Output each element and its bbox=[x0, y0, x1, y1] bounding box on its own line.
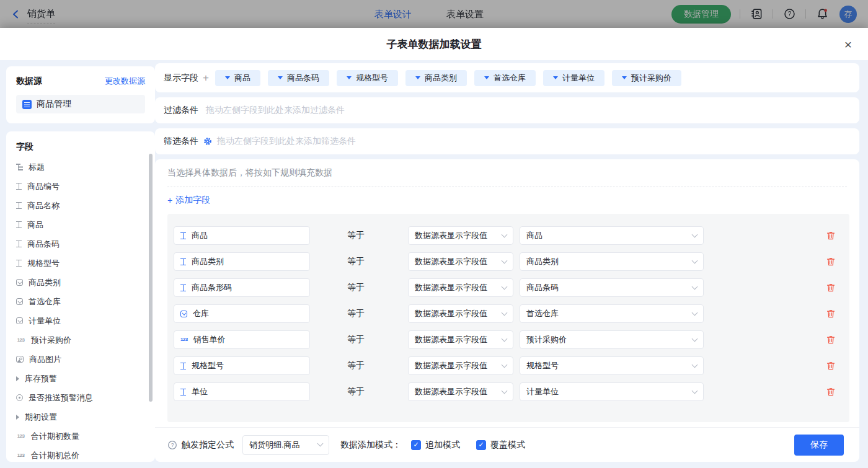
field-list-item[interactable]: 商品条码 bbox=[16, 234, 145, 254]
target-field-box[interactable]: 商品类别 bbox=[174, 252, 310, 271]
back-button[interactable] bbox=[11, 9, 21, 19]
help-circle-icon[interactable]: ? bbox=[167, 440, 177, 450]
delete-row-button[interactable] bbox=[826, 387, 836, 397]
field-list-item[interactable]: 合计期初总价 bbox=[16, 446, 145, 462]
equals-label: 等于 bbox=[347, 386, 384, 397]
mode-checkbox-option[interactable]: 追加模式 bbox=[411, 439, 460, 451]
datasource-item[interactable]: 商品管理 bbox=[16, 95, 145, 113]
rule-row: 商品类别 等于 数据源表显示字段值 商品类别 bbox=[167, 249, 849, 275]
field-list-item[interactable]: 商品名称 bbox=[16, 196, 145, 215]
caret-down-icon bbox=[225, 76, 230, 79]
equals-label: 等于 bbox=[347, 334, 384, 345]
field-type-icon bbox=[16, 415, 19, 420]
delete-row-button[interactable] bbox=[826, 335, 836, 345]
dashed-divider bbox=[167, 187, 847, 187]
trash-icon bbox=[826, 309, 836, 319]
change-datasource-link[interactable]: 更改数据源 bbox=[105, 76, 145, 87]
add-display-field-button[interactable]: + bbox=[203, 72, 209, 84]
field-label: 商品图片 bbox=[29, 354, 61, 365]
display-field-tag[interactable]: 计量单位 bbox=[543, 70, 604, 86]
checkbox-icon[interactable] bbox=[476, 440, 486, 450]
field-list-item[interactable]: 预计采购价 bbox=[16, 330, 145, 350]
contact-book-icon[interactable] bbox=[749, 7, 764, 22]
field-list-item[interactable]: 期初设置 bbox=[16, 407, 145, 426]
source-type-select[interactable]: 数据源表显示字段值 bbox=[408, 330, 513, 349]
field-list-item[interactable]: 规格型号 bbox=[16, 254, 145, 273]
delete-row-button[interactable] bbox=[826, 231, 836, 241]
save-button[interactable]: 保存 bbox=[794, 435, 844, 456]
tab-form-design[interactable]: 表单设计 bbox=[374, 0, 412, 28]
source-field-select[interactable]: 商品 bbox=[520, 226, 704, 245]
mode-checkbox-option[interactable]: 覆盖模式 bbox=[476, 439, 525, 451]
target-field-box[interactable]: 单位 bbox=[174, 382, 310, 401]
source-field-select[interactable]: 首选仓库 bbox=[520, 304, 704, 323]
source-field-select[interactable]: 商品类别 bbox=[520, 252, 704, 271]
display-field-tag[interactable]: 规格型号 bbox=[337, 70, 398, 86]
field-list-item[interactable]: 合计期初数量 bbox=[16, 426, 145, 446]
user-avatar[interactable]: 存 bbox=[839, 6, 857, 23]
equals-label: 等于 bbox=[347, 256, 384, 267]
field-list-item[interactable]: 商品类别 bbox=[16, 273, 145, 292]
fields-panel: 字段 标题 商品编号 商品名称 bbox=[6, 131, 155, 462]
form-name[interactable]: 销货单 bbox=[27, 8, 55, 20]
source-field-value: 首选仓库 bbox=[526, 308, 559, 319]
source-field-value: 商品 bbox=[526, 230, 542, 241]
display-field-tag[interactable]: 首选仓库 bbox=[474, 70, 536, 86]
field-list-item[interactable]: 是否推送预警消息 bbox=[16, 388, 145, 407]
close-icon[interactable]: × bbox=[844, 38, 852, 51]
notification-bell-icon[interactable] bbox=[815, 7, 830, 22]
display-field-tag[interactable]: 预计采购价 bbox=[612, 70, 681, 86]
chevron-down-icon bbox=[692, 309, 698, 316]
rule-row: 商品 等于 数据源表显示字段值 商品 bbox=[167, 223, 849, 249]
display-field-tag[interactable]: 商品类别 bbox=[405, 70, 467, 86]
source-type-select[interactable]: 数据源表显示字段值 bbox=[408, 356, 513, 375]
field-list-item[interactable]: 商品编号 bbox=[16, 177, 145, 196]
fields-scrollbar[interactable] bbox=[149, 154, 153, 402]
dialog-title: 子表单数据加载设置 bbox=[387, 37, 482, 51]
display-field-tag[interactable]: 商品 bbox=[215, 70, 260, 86]
source-type-select[interactable]: 数据源表显示字段值 bbox=[408, 226, 513, 245]
chevron-down-icon bbox=[502, 309, 508, 316]
sift-condition-bar[interactable]: 筛选条件 拖动左侧字段到此处来添加筛选条件 bbox=[155, 128, 859, 154]
mode-label: 覆盖模式 bbox=[490, 439, 525, 451]
source-field-select[interactable]: 预计采购价 bbox=[520, 330, 704, 349]
target-field-box[interactable]: 商品条形码 bbox=[174, 278, 310, 297]
source-field-select[interactable]: 计量单位 bbox=[520, 382, 704, 401]
field-list-item[interactable]: 库存预警 bbox=[16, 369, 145, 388]
source-type-select[interactable]: 数据源表显示字段值 bbox=[408, 278, 513, 297]
tag-label: 商品 bbox=[234, 73, 250, 84]
source-type-value: 数据源表显示字段值 bbox=[415, 230, 487, 241]
delete-row-button[interactable] bbox=[826, 283, 836, 293]
source-type-select[interactable]: 数据源表显示字段值 bbox=[408, 304, 513, 323]
field-list-item[interactable]: 商品 bbox=[16, 215, 145, 234]
field-list-item[interactable]: 标题 bbox=[16, 157, 145, 177]
source-type-select[interactable]: 数据源表显示字段值 bbox=[408, 382, 513, 401]
display-fields-label: 显示字段 bbox=[164, 73, 198, 84]
delete-row-button[interactable] bbox=[826, 257, 836, 267]
field-list-item[interactable]: 计量单位 bbox=[16, 311, 145, 330]
filter-condition-bar[interactable]: 过滤条件 拖动左侧字段到此处来添加过滤条件 bbox=[155, 97, 859, 123]
target-field-box[interactable]: 商品 bbox=[174, 226, 310, 245]
target-field-box[interactable]: 仓库 bbox=[174, 304, 310, 323]
field-type-icon bbox=[16, 183, 22, 190]
source-field-select[interactable]: 规格型号 bbox=[520, 356, 704, 375]
display-field-tag[interactable]: 商品条码 bbox=[268, 70, 329, 86]
delete-row-button[interactable] bbox=[826, 309, 836, 319]
source-type-select[interactable]: 数据源表显示字段值 bbox=[408, 252, 513, 271]
target-field-label: 规格型号 bbox=[192, 360, 224, 371]
field-list-item[interactable]: 商品图片 bbox=[16, 350, 145, 369]
help-icon[interactable]: ? bbox=[782, 7, 797, 22]
target-field-box[interactable]: 销售单价 bbox=[174, 330, 310, 349]
tab-form-settings[interactable]: 表单设置 bbox=[446, 0, 484, 28]
data-manage-button[interactable]: 数据管理 bbox=[671, 5, 731, 24]
delete-row-button[interactable] bbox=[826, 361, 836, 371]
checkbox-icon[interactable] bbox=[411, 440, 421, 450]
gear-icon[interactable] bbox=[203, 137, 212, 146]
field-list-item[interactable]: 首选仓库 bbox=[16, 292, 145, 311]
trash-icon bbox=[826, 335, 836, 345]
add-field-button[interactable]: + 添加字段 bbox=[167, 195, 210, 206]
target-field-box[interactable]: 规格型号 bbox=[174, 356, 310, 375]
source-field-select[interactable]: 商品条码 bbox=[520, 278, 704, 297]
trigger-formula-select[interactable]: 销货明细.商品 bbox=[242, 435, 329, 455]
chevron-down-icon bbox=[692, 257, 698, 263]
